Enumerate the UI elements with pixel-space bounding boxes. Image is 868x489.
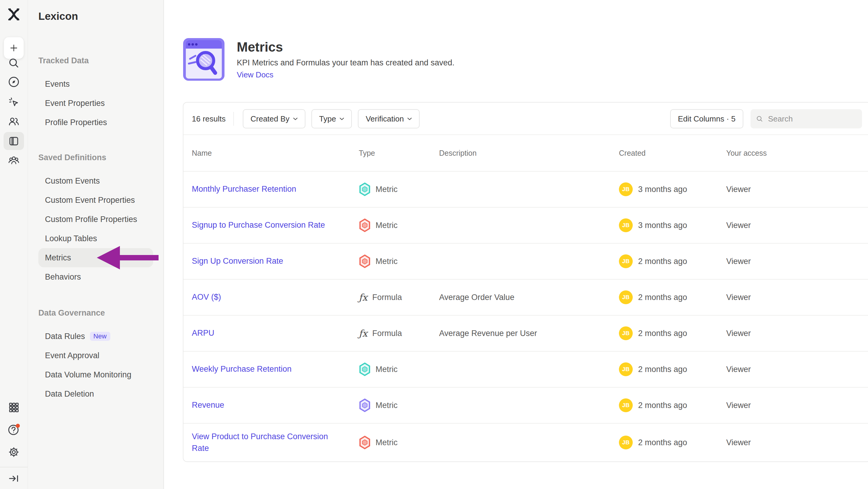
metric-hexagon-icon: [359, 254, 371, 268]
new-button[interactable]: [4, 37, 24, 59]
sidebar-item-event-approval[interactable]: Event Approval: [38, 346, 153, 365]
type-label: Formula: [372, 329, 402, 338]
sidebar-item-events[interactable]: Events: [38, 75, 153, 94]
sidebar-item-data-rules[interactable]: Data Rules New: [38, 327, 153, 346]
created-label: 2 months ago: [638, 293, 687, 302]
section-tracked-data: Tracked Data Events Event Properties Pro…: [38, 56, 153, 132]
type-cell: ƒx Metric: [359, 219, 439, 232]
section-header: Tracked Data: [38, 56, 153, 65]
avatar: JB: [619, 398, 633, 412]
edit-columns-button[interactable]: Edit Columns · 5: [670, 109, 743, 128]
access-cell: Viewer: [726, 401, 868, 410]
annotation-arrow-icon: [97, 246, 159, 270]
type-label: Formula: [372, 293, 402, 302]
sidebar-item-label: Metrics: [45, 253, 71, 262]
events-click-icon[interactable]: [7, 96, 20, 109]
sidebar-item-data-deletion[interactable]: Data Deletion: [38, 384, 153, 403]
access-cell: Viewer: [726, 329, 868, 338]
created-label: 2 months ago: [638, 329, 687, 338]
sidebar-item-data-volume-monitoring[interactable]: Data Volume Monitoring: [38, 365, 153, 384]
lexicon-panel-icon[interactable]: [7, 135, 20, 148]
avatar: JB: [619, 363, 633, 376]
type-label: Metric: [376, 221, 398, 230]
results-count: 16 results: [192, 114, 226, 124]
apps-grid-icon[interactable]: [7, 401, 20, 414]
table-row: Revenue ƒx Metric JB 2 months ago Viewer: [183, 387, 868, 423]
access-cell: Viewer: [726, 257, 868, 266]
created-label: 2 months ago: [638, 257, 687, 266]
column-header-your-access[interactable]: Your access: [726, 149, 868, 157]
avatar: JB: [619, 290, 633, 304]
sidebar-item-event-properties[interactable]: Event Properties: [38, 94, 153, 113]
avatar: JB: [619, 436, 633, 450]
formula-fx-icon: ƒx: [359, 293, 368, 302]
section-header: Data Governance: [38, 308, 153, 318]
column-header-description[interactable]: Description: [439, 149, 619, 157]
type-cell: ƒx Metric: [359, 398, 439, 412]
filter-type[interactable]: Type: [311, 109, 352, 128]
metric-name-link[interactable]: Sign Up Conversion Rate: [192, 255, 283, 267]
column-header-created[interactable]: Created: [619, 149, 726, 157]
table-row: Weekly Purchase Retention ƒx Metric JB 2…: [183, 351, 868, 387]
sidebar-item-lookup-tables[interactable]: Lookup Tables: [38, 229, 153, 248]
search-box[interactable]: [750, 109, 862, 128]
help-icon[interactable]: [7, 423, 20, 436]
created-cell: JB 2 months ago: [619, 363, 726, 376]
metric-name-link[interactable]: Monthly Purchaser Retention: [192, 183, 296, 195]
sidebar-item-label: Profile Properties: [45, 118, 107, 127]
metric-hexagon-icon: [359, 182, 371, 196]
column-header-name[interactable]: Name: [192, 149, 359, 157]
sidebar-title: Lexicon: [38, 10, 78, 22]
avatar: JB: [619, 182, 633, 196]
sidebar-item-profile-properties[interactable]: Profile Properties: [38, 113, 153, 132]
view-docs-link[interactable]: View Docs: [237, 70, 273, 80]
metric-hexagon-icon: [359, 398, 371, 412]
search-icon[interactable]: [7, 56, 20, 69]
app-logo-x-icon[interactable]: [7, 8, 20, 21]
metric-name-link[interactable]: Weekly Purchase Retention: [192, 363, 291, 375]
created-cell: JB 3 months ago: [619, 219, 726, 232]
column-header-type[interactable]: Type: [359, 149, 439, 157]
sidebar-item-custom-event-properties[interactable]: Custom Event Properties: [38, 191, 153, 210]
edit-columns-label: Edit Columns · 5: [678, 114, 736, 124]
description-cell: Average Order Value: [439, 293, 619, 302]
sidebar-item-custom-profile-properties[interactable]: Custom Profile Properties: [38, 210, 153, 229]
table-header-row: Name Type Description Created Your acces…: [183, 135, 868, 171]
cohorts-group-icon[interactable]: [7, 153, 20, 167]
lexicon-sidebar: Lexicon Tracked Data Events Event Proper…: [28, 0, 164, 489]
created-cell: JB 2 months ago: [619, 254, 726, 268]
filter-created-by[interactable]: Created By: [243, 109, 305, 128]
table-row: ARPU ƒx Formula Average Revenue per User…: [183, 315, 868, 351]
metric-name-link[interactable]: ARPU: [192, 327, 214, 339]
filter-verification[interactable]: Verification: [358, 109, 420, 128]
created-label: 3 months ago: [638, 221, 687, 230]
sidebar-item-label: Data Volume Monitoring: [45, 370, 131, 379]
filter-label: Verification: [366, 114, 404, 124]
metric-name-link[interactable]: Signup to Purchase Conversion Rate: [192, 219, 325, 231]
table-row: Sign Up Conversion Rate ƒx Metric JB 2 m…: [183, 243, 868, 279]
expand-sidebar-icon[interactable]: [7, 472, 20, 485]
discover-compass-icon[interactable]: [7, 75, 20, 88]
search-input[interactable]: [767, 114, 857, 124]
toolbar-divider: [234, 112, 234, 126]
type-label: Metric: [376, 257, 398, 266]
filter-label: Type: [319, 114, 336, 124]
metric-name-link[interactable]: AOV ($): [192, 291, 221, 303]
filter-label: Created By: [251, 114, 289, 124]
sidebar-item-custom-events[interactable]: Custom Events: [38, 171, 153, 191]
metric-name-link[interactable]: Revenue: [192, 399, 224, 411]
settings-gear-icon[interactable]: [7, 445, 20, 459]
metric-name-link[interactable]: View Product to Purchase Conversion Rate: [192, 431, 342, 454]
metrics-app-icon: [183, 38, 225, 81]
created-label: 2 months ago: [638, 401, 687, 410]
access-cell: Viewer: [726, 293, 868, 302]
description-cell: Average Revenue per User: [439, 329, 619, 338]
table-row: Monthly Purchaser Retention ƒx Metric JB…: [183, 171, 868, 207]
sidebar-item-label: Lookup Tables: [45, 234, 97, 243]
users-icon[interactable]: [7, 115, 20, 128]
main-content: Metrics KPI Metrics and Formulas your te…: [164, 0, 868, 489]
type-label: Metric: [376, 185, 398, 194]
avatar: JB: [619, 254, 633, 268]
type-label: Metric: [376, 365, 398, 374]
new-badge: New: [90, 332, 110, 341]
